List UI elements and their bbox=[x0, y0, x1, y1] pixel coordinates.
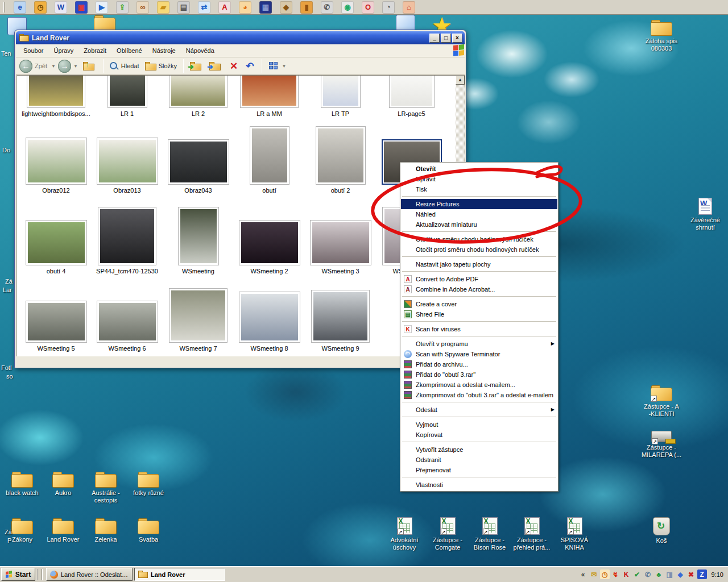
shield-tray-icon[interactable]: ◆ bbox=[676, 569, 685, 579]
clover-icon[interactable]: ♣ bbox=[654, 569, 664, 579]
folder-icon[interactable]: ▰ bbox=[157, 1, 169, 14]
thumbnail-image[interactable] bbox=[240, 75, 299, 108]
file-thumbnail-item[interactable]: Obraz043 bbox=[163, 130, 234, 194]
context-menu-item[interactable]: Přidat do archivu... bbox=[401, 359, 557, 369]
network-error-icon[interactable]: ✖ bbox=[686, 569, 696, 579]
thumbnail-image[interactable] bbox=[239, 220, 300, 265]
context-menu-item[interactable]: Odstranit bbox=[401, 455, 557, 465]
collapse-chevron-icon[interactable]: « bbox=[578, 569, 588, 579]
desktop-folder-4[interactable]: fotky různé bbox=[126, 472, 171, 497]
move-to-button[interactable]: ➜ bbox=[187, 61, 206, 72]
context-menu-item[interactable]: Kopírovat bbox=[401, 430, 557, 440]
scroll-up-button[interactable]: ▲ bbox=[456, 76, 465, 85]
thumbnail-image[interactable] bbox=[250, 126, 289, 185]
desktop-icon-kos[interactable]: Koš bbox=[636, 517, 686, 544]
context-menu-item[interactable]: Create a cover bbox=[401, 299, 557, 309]
taskbar-button[interactable]: Land Rover :: Odeslat o... bbox=[46, 568, 133, 581]
menu-nastroje[interactable]: Nástroje bbox=[147, 45, 181, 56]
views-dropdown-icon[interactable]: ▼ bbox=[282, 64, 287, 69]
cd-icon[interactable]: ◉ bbox=[341, 1, 354, 14]
desktop-icon-zaverecne-shrnuti[interactable]: Závěrečné shrnutí bbox=[680, 198, 728, 231]
context-menu-item[interactable]: Vlastnosti bbox=[401, 480, 557, 490]
context-menu-item[interactable]: Otevřít v programu▶ bbox=[401, 339, 557, 349]
menu-upravy[interactable]: Úpravy bbox=[48, 45, 78, 56]
desktop-folder-8[interactable]: Svatba bbox=[126, 518, 171, 543]
start-button[interactable]: Start bbox=[1, 568, 35, 581]
file-thumbnail-item[interactable]: Obraz012 bbox=[20, 130, 92, 194]
context-menu-item[interactable]: Přidat do "obutí 3.rar" bbox=[401, 369, 557, 380]
back-dropdown-icon[interactable]: ▼ bbox=[51, 64, 56, 69]
firefox-icon[interactable]: ◕ bbox=[239, 1, 251, 14]
file-thumbnail-item[interactable]: obutí bbox=[234, 130, 305, 194]
network-signal-icon[interactable]: ◨ bbox=[665, 569, 675, 579]
thumbnail-image[interactable] bbox=[389, 75, 435, 108]
thumbnail-image[interactable] bbox=[321, 75, 361, 108]
thumbnail-image[interactable] bbox=[26, 220, 87, 265]
sync-arrows-icon[interactable]: ⇄ bbox=[198, 1, 210, 14]
file-thumbnail-item[interactable]: obutí 2 bbox=[305, 130, 376, 194]
desktop-excel-shortcut-5[interactable]: ↗SPISOVÁ KNIHA bbox=[551, 517, 598, 551]
save-floppy-icon[interactable]: ▣ bbox=[75, 1, 88, 14]
ie-icon[interactable]: e bbox=[14, 1, 26, 14]
context-menu-item[interactable]: Resize Pictures bbox=[401, 199, 557, 209]
context-menu-item[interactable]: Přejmenovat bbox=[401, 465, 557, 475]
scheduler-clock-icon[interactable]: ◷ bbox=[34, 1, 47, 14]
shield-icon[interactable]: ◆ bbox=[280, 1, 292, 14]
thumbnail-image[interactable] bbox=[169, 75, 228, 108]
toolbar-drag-handle[interactable] bbox=[3, 2, 5, 13]
file-thumbnail-item[interactable]: Obraz013 bbox=[92, 130, 163, 194]
printer-icon[interactable]: ▤ bbox=[177, 1, 190, 14]
z-icon[interactable]: Z bbox=[697, 569, 707, 579]
file-thumbnail-item[interactable]: LR a MM bbox=[234, 77, 305, 117]
context-menu-item[interactable]: Zkomprimovat a odeslat e-mailem... bbox=[401, 380, 557, 390]
context-menu-item[interactable]: Vytvořit zástupce bbox=[401, 444, 557, 455]
file-thumbnail-item[interactable]: SP44J_tcm470-12530 bbox=[92, 210, 163, 275]
thumbnail-image[interactable] bbox=[98, 207, 156, 265]
desktop-folder-6[interactable]: Land Rover bbox=[41, 518, 85, 543]
file-thumbnail-item[interactable]: WSmeeting 8 bbox=[234, 290, 305, 352]
minimize-button[interactable]: _ bbox=[429, 34, 440, 43]
context-menu-item[interactable]: Aktualizovat miniaturu bbox=[401, 219, 557, 230]
desktop-icon-zastupce-a-klienti[interactable]: ↗Zástupce - A -KLIENTI bbox=[636, 385, 686, 418]
menu-napoveda[interactable]: Nápověda bbox=[181, 45, 220, 56]
up-button[interactable]: ↑ bbox=[80, 61, 100, 72]
thumbnail-image[interactable] bbox=[316, 126, 366, 185]
folders-button[interactable]: Složky bbox=[142, 61, 180, 72]
menu-oblibene[interactable]: Oblíbené bbox=[111, 45, 147, 56]
green-check-icon[interactable]: ✔ bbox=[632, 569, 642, 579]
file-thumbnail-item[interactable]: LR-page5 bbox=[376, 77, 447, 117]
media-player-icon[interactable]: ▶ bbox=[96, 1, 108, 14]
context-menu-item[interactable]: Tisk bbox=[401, 184, 557, 194]
forward-button[interactable]: → bbox=[58, 60, 71, 73]
word-icon[interactable]: W bbox=[55, 1, 67, 14]
context-menu-item[interactable]: Combine in Adobe Acrobat...A bbox=[401, 284, 557, 294]
phone-icon[interactable]: ✆ bbox=[321, 1, 333, 14]
desktop-folder-3[interactable]: Austrálie - cestopis bbox=[84, 472, 128, 504]
window-titlebar[interactable]: Land Rover _ □ × bbox=[16, 31, 465, 44]
thumbnail-image[interactable] bbox=[107, 75, 147, 108]
desktop-folder-2[interactable]: Aukro bbox=[41, 472, 85, 497]
thumbnail-image[interactable] bbox=[310, 220, 371, 265]
thumbnail-image[interactable] bbox=[239, 292, 300, 343]
file-thumbnail-item[interactable]: LR TP bbox=[305, 77, 376, 117]
file-thumbnail-item[interactable]: WSmeeting 2 bbox=[234, 210, 305, 275]
file-thumbnail-item[interactable]: WSmeeting bbox=[163, 210, 234, 275]
back-button[interactable]: ← bbox=[19, 60, 32, 73]
thumbnail-image[interactable] bbox=[97, 301, 158, 343]
context-menu-item[interactable]: Odeslat▶ bbox=[401, 405, 557, 415]
thumbnail-image[interactable] bbox=[169, 288, 228, 343]
context-menu-item[interactable]: Scan with Spyware Terminator◠ bbox=[401, 349, 557, 359]
context-menu-item[interactable]: Convert to Adobe PDFA bbox=[401, 274, 557, 284]
thumbnail-image[interactable] bbox=[168, 139, 229, 185]
undo-button[interactable]: ↶ bbox=[246, 60, 254, 72]
kaspersky-icon[interactable]: K bbox=[622, 569, 631, 579]
context-menu-item[interactable]: Nastavit jako tapetu plochy bbox=[401, 259, 557, 269]
menu-zobrazit[interactable]: Zobrazit bbox=[78, 45, 111, 56]
desktop-icon-zastupce-milarepa[interactable]: ↗Zástupce - MILAREPA (... bbox=[636, 426, 686, 459]
thumbnail-image[interactable] bbox=[97, 138, 158, 185]
taskbar-button[interactable]: Land Rover bbox=[134, 568, 225, 581]
context-menu-item[interactable]: Scan for virusesK bbox=[401, 324, 557, 334]
maximize-button[interactable]: □ bbox=[441, 34, 451, 43]
briefcase-icon[interactable]: ▮ bbox=[300, 1, 313, 14]
phone-tray-icon[interactable]: ✆ bbox=[643, 569, 653, 579]
